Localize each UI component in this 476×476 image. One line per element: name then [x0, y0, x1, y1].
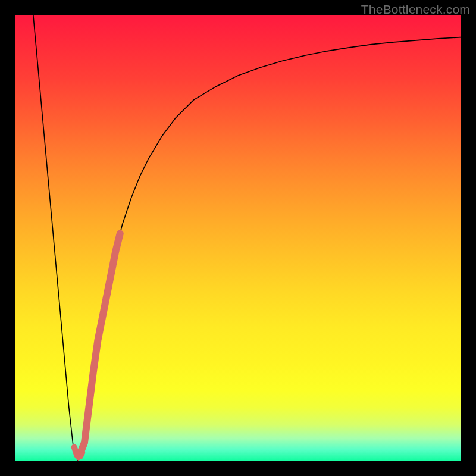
- curve-overlay: [15, 15, 461, 461]
- plot-area: [15, 15, 461, 461]
- series-bottleneck-curve: [33, 15, 461, 461]
- series-highlight-band: [80, 234, 120, 454]
- chart-frame: TheBottleneck.com: [0, 0, 476, 476]
- watermark-text: TheBottleneck.com: [361, 2, 470, 17]
